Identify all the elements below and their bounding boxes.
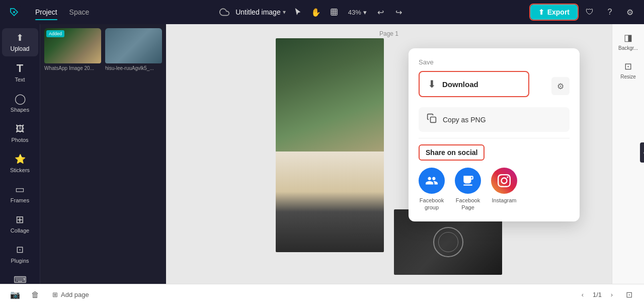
download-icon: ⬇ (428, 78, 436, 90)
share-on-social-label-box: Share on social (419, 144, 485, 161)
share-on-social-label: Share on social (426, 148, 477, 157)
sidebar-item-plugins[interactable]: ⊡ Plugins (2, 240, 38, 268)
redo-icon[interactable]: ↪ (391, 4, 407, 20)
background-icon: ◨ (624, 32, 632, 43)
page-navigation: ‹ 1/1 › (577, 289, 618, 301)
background-button[interactable]: ◨ Backgr... (614, 28, 642, 55)
background-label: Backgr... (618, 45, 638, 51)
chevron-down-icon: ▾ (283, 9, 286, 16)
media-panel: Added WhatsApp Image 20... hisu-lee-ruuA… (40, 24, 166, 284)
sidebar-upload-label: Upload (10, 45, 29, 52)
document-title[interactable]: Untitled image ▾ (235, 8, 286, 16)
resize-icon: ⊡ (624, 61, 632, 72)
delete-icon[interactable]: 🗑 (28, 288, 42, 302)
facebook-page-icon (455, 168, 481, 194)
undo-icon[interactable]: ↩ (373, 4, 389, 20)
select-tool-icon[interactable] (290, 4, 306, 20)
topbar-right: ⬆ Export 🛡 ? ⚙ (530, 4, 638, 20)
left-sidebar: ⬆ Upload T Text ◯ Shapes 🖼 Photos ⭐ Stic… (0, 24, 40, 284)
sidebar-plugins-label: Plugins (11, 258, 29, 264)
media-item-label-2: hisu-lee-ruuAgvlk5_... (105, 65, 162, 71)
bottombar: 📷 🗑 ⊞ Add page ‹ 1/1 › ⊡ (0, 284, 644, 305)
download-settings-button[interactable]: ⚙ (551, 77, 570, 95)
help-icon[interactable]: ? (602, 4, 618, 20)
nav-space[interactable]: Space (64, 5, 95, 19)
sidebar-item-keyboard[interactable]: ⌨ (2, 270, 38, 284)
canvas-area[interactable]: Page 1 Save ⬇ Download ⚙ (166, 24, 612, 284)
keyboard-icon: ⌨ (14, 274, 26, 284)
canvas-image-1 (276, 38, 384, 252)
media-item-1[interactable]: Added WhatsApp Image 20... (44, 28, 101, 71)
collage-icon: ⊞ (14, 213, 26, 225)
cloud-icon[interactable] (217, 5, 231, 19)
zoom-level[interactable]: 43% ▾ (344, 7, 371, 18)
sidebar-photos-label: Photos (11, 137, 28, 143)
social-icons-row: Facebookgroup FacebookPage (419, 168, 570, 211)
shapes-icon: ◯ (14, 93, 26, 105)
copy-icon (427, 113, 437, 126)
stickers-icon: ⭐ (14, 153, 26, 165)
nav-project[interactable]: Project (30, 5, 62, 19)
frame-tool-icon[interactable] (326, 4, 342, 20)
sidebar-collage-label: Collage (11, 227, 29, 234)
export-button[interactable]: ⬆ Export (530, 5, 578, 20)
topbar-nav: Project Space (30, 5, 94, 19)
resize-label: Resize (620, 74, 636, 80)
facebook-group-icon (419, 168, 445, 194)
page-indicator: 1/1 (593, 291, 602, 298)
download-label: Download (442, 80, 478, 89)
prev-page-button[interactable]: ‹ (577, 289, 589, 301)
sidebar-item-text[interactable]: T Text (2, 58, 38, 87)
app-logo[interactable] (6, 4, 22, 20)
copy-png-button[interactable]: Copy as PNG (419, 107, 570, 132)
sidebar-item-collage[interactable]: ⊞ Collage (2, 209, 38, 238)
sidebar-frames-label: Frames (11, 197, 29, 203)
text-icon: T (14, 62, 26, 74)
sidebar-upload-button[interactable]: ⬆ Upload (2, 28, 38, 56)
present-button[interactable]: ⊡ (622, 288, 636, 302)
media-item-2[interactable]: hisu-lee-ruuAgvlk5_... (105, 28, 162, 71)
export-popup: Save ⬇ Download ⚙ Copy as PNG (409, 48, 580, 221)
add-page-label: Add page (61, 291, 89, 298)
sidebar-item-shapes[interactable]: ◯ Shapes (2, 89, 38, 117)
hand-tool-icon[interactable]: ✋ (308, 4, 324, 20)
add-page-button[interactable]: ⊞ Add page (48, 289, 93, 300)
save-label: Save (419, 58, 570, 66)
download-button[interactable]: ⬇ Download (419, 71, 529, 97)
settings-icon[interactable]: ⚙ (622, 4, 638, 20)
svg-rect-1 (331, 9, 337, 15)
frames-icon: ▭ (14, 183, 26, 195)
sidebar-stickers-label: Stickers (10, 167, 30, 173)
settings-sliders-icon: ⚙ (557, 82, 564, 91)
topbar: Project Space Untitled image ▾ ✋ 43% ▾ ↩ (0, 0, 644, 24)
instagram-icon (491, 168, 517, 194)
facebook-page-button[interactable]: FacebookPage (455, 168, 481, 211)
right-sidebar: ◨ Backgr... ⊡ Resize (612, 24, 644, 284)
copy-png-label: Copy as PNG (443, 116, 486, 124)
main-content: ⬆ Upload T Text ◯ Shapes 🖼 Photos ⭐ Stic… (0, 24, 644, 284)
snapshot-icon[interactable]: 📷 (8, 288, 22, 302)
download-row: ⬇ Download ⚙ (419, 71, 570, 101)
next-page-button[interactable]: › (606, 289, 618, 301)
instagram-label: Instagram (492, 197, 517, 204)
shield-icon[interactable]: 🛡 (582, 4, 598, 20)
chevron-down-icon: ▾ (363, 9, 367, 16)
sidebar-item-frames[interactable]: ▭ Frames (2, 179, 38, 207)
media-grid: Added WhatsApp Image 20... hisu-lee-ruuA… (44, 28, 162, 71)
media-item-label-1: WhatsApp Image 20... (44, 65, 101, 71)
upload-icon: ⬆ (16, 32, 24, 43)
sidebar-item-photos[interactable]: 🖼 Photos (2, 119, 38, 147)
added-badge: Added (46, 30, 64, 37)
instagram-button[interactable]: Instagram (491, 168, 517, 204)
plugins-icon: ⊡ (14, 244, 26, 256)
panel-content: Added WhatsApp Image 20... hisu-lee-ruuA… (40, 24, 166, 284)
topbar-center: Untitled image ▾ ✋ 43% ▾ ↩ ↪ (98, 4, 526, 20)
sidebar-shapes-label: Shapes (11, 107, 29, 113)
resize-button[interactable]: ⊡ Resize (614, 57, 642, 84)
facebook-group-button[interactable]: Facebookgroup (419, 168, 445, 211)
svg-rect-2 (431, 117, 436, 123)
photos-icon: 🖼 (14, 123, 26, 135)
divider (419, 138, 570, 138)
add-page-icon: ⊞ (52, 291, 58, 298)
sidebar-item-stickers[interactable]: ⭐ Stickers (2, 149, 38, 177)
